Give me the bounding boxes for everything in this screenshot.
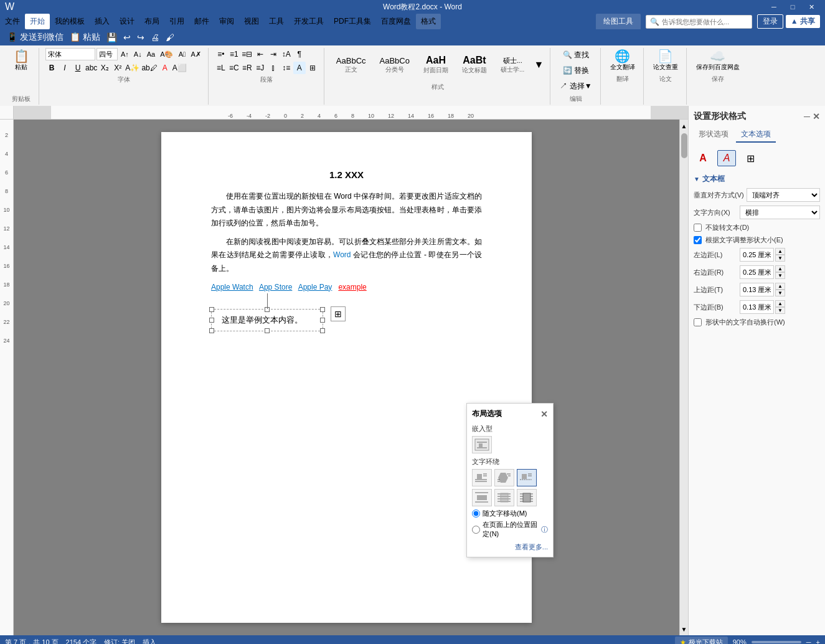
right-margin-down[interactable]: ▼ — [775, 272, 785, 279]
style-master[interactable]: 硕士... 硕士学... — [495, 48, 530, 82]
text-options-tab[interactable]: 文本选项 — [736, 127, 776, 143]
radio-fixed-help[interactable]: ⓘ — [541, 525, 548, 534]
justify-button[interactable]: ≡J — [254, 62, 266, 74]
wrap-through-icon[interactable] — [517, 469, 537, 486]
columns-button[interactable]: ⫿ — [267, 62, 280, 74]
text-fill-button[interactable]: A — [694, 150, 712, 166]
style-thesis-title[interactable]: AaBt 论文标题 — [456, 48, 493, 82]
align-right-button[interactable]: ≡R — [241, 62, 253, 74]
handle-middle-left[interactable] — [209, 318, 214, 323]
menu-format[interactable]: 格式 — [416, 14, 441, 29]
multilevel-list-button[interactable]: ≡⊟ — [241, 48, 253, 60]
font-grow-button[interactable]: A↑ — [119, 49, 131, 60]
textbox-section-header[interactable]: 文本框 — [694, 174, 820, 184]
italic-button[interactable]: I — [59, 62, 71, 74]
vertical-align-select[interactable]: 顶端对齐 居中对齐 底端对齐 — [747, 188, 820, 202]
panel-close-button[interactable]: ✕ — [813, 111, 820, 121]
text-effects-button[interactable]: ⊞ — [741, 150, 760, 166]
border-button[interactable]: ⊞ — [306, 62, 319, 74]
wrap-behind-icon[interactable] — [494, 489, 514, 506]
popup-close-button[interactable]: ✕ — [540, 409, 548, 419]
sort-button[interactable]: ↕A — [280, 48, 293, 60]
minimize-button[interactable]: ─ — [765, 1, 783, 12]
font-clear-button[interactable]: A✗ — [189, 49, 203, 60]
menu-file[interactable]: 文件 — [0, 14, 25, 29]
handle-bottom-right[interactable] — [320, 328, 325, 333]
char-border-button[interactable]: A⬜ — [172, 62, 187, 74]
align-left-button[interactable]: ≡L — [215, 62, 227, 74]
text-box[interactable]: 这里是举例文本内容。 — [211, 309, 323, 331]
font-shrink-button[interactable]: A↓ — [132, 49, 144, 60]
font-color-button[interactable]: A — [159, 62, 171, 74]
link-app-store[interactable]: App Store — [259, 283, 292, 291]
handle-bottom-left[interactable] — [209, 328, 214, 333]
menu-tools[interactable]: 工具 — [264, 14, 289, 29]
menu-reference[interactable]: 引用 — [164, 14, 189, 29]
maximize-button[interactable]: □ — [784, 1, 801, 12]
decrease-indent-button[interactable]: ⇤ — [254, 48, 266, 60]
paste-button[interactable]: 📋 粘贴 — [68, 31, 102, 44]
left-margin-up[interactable]: ▲ — [775, 248, 785, 255]
top-margin-input[interactable] — [740, 283, 774, 296]
font-size-input[interactable] — [97, 48, 118, 60]
layout-options-button[interactable]: ⊞ — [331, 306, 346, 321]
menu-mail[interactable]: 邮件 — [189, 14, 214, 29]
strikethrough-button[interactable]: abc — [85, 62, 98, 74]
font-case-button[interactable]: Aa — [145, 49, 157, 60]
text-outline-button[interactable]: A — [717, 150, 736, 166]
link-apple-watch[interactable]: Apple Watch — [211, 283, 253, 291]
handle-middle-right[interactable] — [320, 318, 325, 323]
right-margin-input[interactable] — [740, 265, 774, 279]
radio-fixed-position[interactable]: 在页面上的位置固定(N) ⓘ — [472, 520, 548, 539]
scrollbar-thumb[interactable] — [681, 133, 687, 158]
bullet-list-button[interactable]: ≡• — [215, 48, 227, 60]
login-button[interactable]: 登录 — [757, 14, 783, 29]
close-button[interactable]: ✕ — [803, 1, 820, 12]
left-margin-down[interactable]: ▼ — [775, 255, 785, 262]
style-classification[interactable]: AaBbCo 分类号 — [374, 48, 415, 82]
menu-baidu[interactable]: 百度网盘 — [376, 14, 416, 29]
wrap-square-icon[interactable] — [472, 469, 492, 486]
underline-button[interactable]: U — [72, 62, 84, 74]
select-button[interactable]: ↗ 选择▼ — [557, 79, 595, 93]
line-spacing-button[interactable]: ↕≡ — [280, 62, 293, 74]
menu-design[interactable]: 设计 — [115, 14, 139, 29]
paste-ribbon-button[interactable]: 📋 粘贴 — [9, 48, 34, 73]
scroll-up-button[interactable]: ▲ — [680, 120, 688, 132]
highlight-button[interactable]: ab🖊 — [141, 62, 158, 74]
menu-review[interactable]: 审阅 — [214, 14, 239, 29]
send-to-wechat-button[interactable]: 📱 发送到微信 — [5, 31, 65, 44]
menu-pdf[interactable]: PDF工具集 — [329, 14, 376, 29]
zoom-slider[interactable] — [752, 641, 801, 643]
menu-layout[interactable]: 布局 — [139, 14, 164, 29]
handle-bottom-middle[interactable] — [265, 328, 270, 333]
left-margin-input[interactable] — [740, 248, 774, 262]
wrap-front-icon[interactable] — [517, 489, 537, 506]
format-painter-button[interactable]: 🖌 — [164, 31, 176, 44]
menu-dev[interactable]: 开发工具 — [289, 14, 329, 29]
redo-button[interactable]: ↪ — [135, 31, 146, 44]
menu-insert[interactable]: 插入 — [90, 14, 115, 29]
style-normal[interactable]: AaBbCc 正文 — [331, 48, 372, 82]
handle-top-left[interactable] — [209, 307, 214, 312]
styles-more-button[interactable]: ▼ — [532, 59, 545, 71]
no-rotate-checkbox[interactable] — [694, 224, 702, 232]
radio-move-with-text[interactable]: 随文字移动(M) — [472, 509, 548, 518]
resize-shape-checkbox[interactable] — [694, 236, 702, 244]
full-translate-button[interactable]: 🌐 全文翻译 — [607, 48, 638, 73]
document-scroll-area[interactable]: 1.2 XXX 使用在需要位置出现的新按钮在 Word 中保存时间。若要更改图片… — [14, 120, 679, 635]
save-qa-button[interactable]: 💾 — [105, 31, 119, 44]
wrap-tight-icon[interactable] — [494, 469, 514, 486]
share-button[interactable]: ▲ 共享 — [786, 15, 820, 28]
menu-view[interactable]: 视图 — [239, 14, 264, 29]
search-input[interactable] — [662, 18, 748, 26]
embed-inline-icon[interactable] — [472, 436, 492, 453]
scroll-down-button[interactable]: ▼ — [680, 623, 688, 635]
font-name-input[interactable] — [45, 48, 95, 60]
shape-options-tab[interactable]: 形状选项 — [694, 127, 733, 143]
show-marks-button[interactable]: ¶ — [293, 48, 306, 60]
right-margin-up[interactable]: ▲ — [775, 265, 785, 272]
replace-button[interactable]: 🔄 替换 — [557, 64, 595, 78]
top-margin-down[interactable]: ▼ — [775, 290, 785, 296]
zoom-in-button[interactable]: + — [816, 638, 820, 644]
